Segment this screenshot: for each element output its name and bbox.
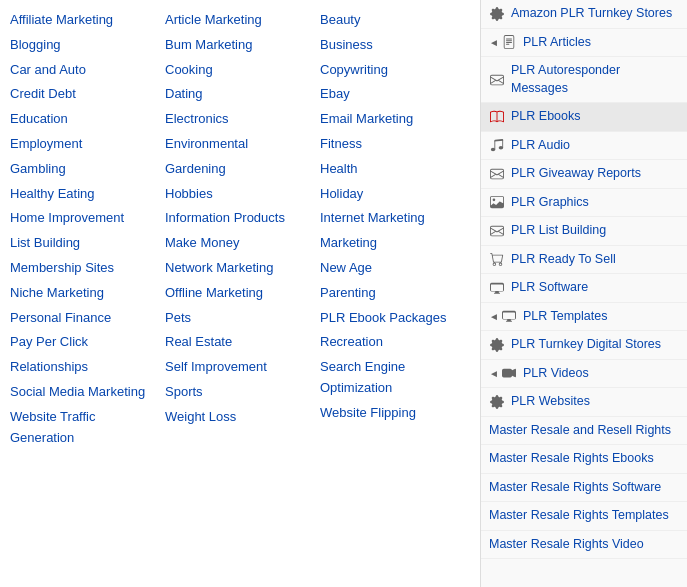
- list-item[interactable]: Recreation: [316, 330, 471, 355]
- list-item[interactable]: Social Media Marketing: [6, 380, 161, 405]
- list-item[interactable]: Self Improvement: [161, 355, 316, 380]
- sidebar-item-plr-ebooks[interactable]: PLR Ebooks: [481, 103, 687, 132]
- list-item[interactable]: Website Traffic Generation: [6, 405, 161, 451]
- list-item[interactable]: Marketing: [316, 231, 471, 256]
- list-item[interactable]: Employment: [6, 132, 161, 157]
- list-item[interactable]: Dating: [161, 82, 316, 107]
- sidebar-item-plr-ready[interactable]: PLR Ready To Sell: [481, 246, 687, 275]
- list-item[interactable]: Cooking: [161, 58, 316, 83]
- sidebar-item-master-templates[interactable]: Master Resale Rights Templates: [481, 502, 687, 531]
- gear-icon: [489, 394, 505, 410]
- gear-icon: [489, 337, 505, 353]
- list-item[interactable]: Environmental: [161, 132, 316, 157]
- list-item[interactable]: Healthy Eating: [6, 182, 161, 207]
- list-item[interactable]: Ebay: [316, 82, 471, 107]
- sidebar-item-plr-graphics[interactable]: PLR Graphics: [481, 189, 687, 218]
- list-item[interactable]: Education: [6, 107, 161, 132]
- list-item[interactable]: PLR Ebook Packages: [316, 306, 471, 331]
- list-item[interactable]: Information Products: [161, 206, 316, 231]
- sidebar-item-plr-list[interactable]: PLR List Building: [481, 217, 687, 246]
- gear-icon: [489, 6, 505, 22]
- list-item[interactable]: Blogging: [6, 33, 161, 58]
- list-item[interactable]: Make Money: [161, 231, 316, 256]
- sidebar-item-plr-audio[interactable]: PLR Audio: [481, 132, 687, 161]
- list-item[interactable]: Car and Auto: [6, 58, 161, 83]
- list-item[interactable]: Beauty: [316, 8, 471, 33]
- list-item[interactable]: Network Marketing: [161, 256, 316, 281]
- sidebar-item-plr-giveaway[interactable]: PLR Giveaway Reports: [481, 160, 687, 189]
- list-item[interactable]: Gardening: [161, 157, 316, 182]
- sidebar-item-amazon-plr[interactable]: Amazon PLR Turnkey Stores: [481, 0, 687, 29]
- sidebar: Amazon PLR Turnkey Stores◄ PLR ArticlesP…: [480, 0, 687, 587]
- list-item[interactable]: Gambling: [6, 157, 161, 182]
- categories-grid: Affiliate MarketingBloggingCar and AutoC…: [6, 8, 474, 450]
- list-item[interactable]: Electronics: [161, 107, 316, 132]
- list-item[interactable]: Business: [316, 33, 471, 58]
- list-item[interactable]: Internet Marketing: [316, 206, 471, 231]
- mail-icon: [489, 72, 505, 88]
- book-icon: [489, 109, 505, 125]
- list-item[interactable]: Fitness: [316, 132, 471, 157]
- list-item[interactable]: Article Marketing: [161, 8, 316, 33]
- monitor-icon: [501, 308, 517, 324]
- list-item[interactable]: Offline Marketing: [161, 281, 316, 306]
- cart-icon: [489, 251, 505, 267]
- main-panel: Affiliate MarketingBloggingCar and AutoC…: [0, 0, 480, 587]
- list-item[interactable]: Weight Loss: [161, 405, 316, 430]
- sidebar-item-plr-articles[interactable]: ◄ PLR Articles: [481, 29, 687, 58]
- category-col-1: Affiliate MarketingBloggingCar and AutoC…: [6, 8, 161, 450]
- monitor-icon: [489, 280, 505, 296]
- mail-icon: [489, 166, 505, 182]
- list-item[interactable]: Affiliate Marketing: [6, 8, 161, 33]
- sidebar-item-plr-templates[interactable]: ◄ PLR Templates: [481, 303, 687, 332]
- list-item[interactable]: Email Marketing: [316, 107, 471, 132]
- category-col-2: Article MarketingBum MarketingCookingDat…: [161, 8, 316, 450]
- list-item[interactable]: Home Improvement: [6, 206, 161, 231]
- video-icon: [501, 365, 517, 381]
- list-item[interactable]: Pets: [161, 306, 316, 331]
- list-item[interactable]: Hobbies: [161, 182, 316, 207]
- sidebar-item-plr-software[interactable]: PLR Software: [481, 274, 687, 303]
- category-col-3: BeautyBusinessCopywritingEbayEmail Marke…: [316, 8, 471, 450]
- arrow-icon: ◄: [489, 311, 499, 322]
- mail-icon: [489, 223, 505, 239]
- list-item[interactable]: Pay Per Click: [6, 330, 161, 355]
- list-item[interactable]: Niche Marketing: [6, 281, 161, 306]
- list-item[interactable]: Holiday: [316, 182, 471, 207]
- list-item[interactable]: Health: [316, 157, 471, 182]
- arrow-icon: ◄: [489, 368, 499, 379]
- article-icon: [501, 34, 517, 50]
- sidebar-item-plr-autoresponder[interactable]: PLR Autoresponder Messages: [481, 57, 687, 103]
- list-item[interactable]: Copywriting: [316, 58, 471, 83]
- sidebar-item-plr-websites[interactable]: PLR Websites: [481, 388, 687, 417]
- image-icon: [489, 194, 505, 210]
- list-item[interactable]: Membership Sites: [6, 256, 161, 281]
- list-item[interactable]: Relationships: [6, 355, 161, 380]
- list-item[interactable]: Personal Finance: [6, 306, 161, 331]
- arrow-icon: ◄: [489, 37, 499, 48]
- list-item[interactable]: Real Estate: [161, 330, 316, 355]
- list-item[interactable]: List Building: [6, 231, 161, 256]
- list-item[interactable]: Credit Debt: [6, 82, 161, 107]
- list-item[interactable]: Search Engine Optimization: [316, 355, 471, 401]
- list-item[interactable]: Bum Marketing: [161, 33, 316, 58]
- list-item[interactable]: Parenting: [316, 281, 471, 306]
- list-item[interactable]: Sports: [161, 380, 316, 405]
- sidebar-item-plr-turnkey[interactable]: PLR Turnkey Digital Stores: [481, 331, 687, 360]
- sidebar-item-master-video[interactable]: Master Resale Rights Video: [481, 531, 687, 560]
- audio-icon: [489, 137, 505, 153]
- list-item[interactable]: New Age: [316, 256, 471, 281]
- sidebar-item-master-software[interactable]: Master Resale Rights Software: [481, 474, 687, 503]
- sidebar-item-master-ebooks[interactable]: Master Resale Rights Ebooks: [481, 445, 687, 474]
- sidebar-item-master-resale[interactable]: Master Resale and Resell Rights: [481, 417, 687, 446]
- sidebar-item-plr-videos[interactable]: ◄ PLR Videos: [481, 360, 687, 389]
- list-item[interactable]: Website Flipping: [316, 401, 471, 426]
